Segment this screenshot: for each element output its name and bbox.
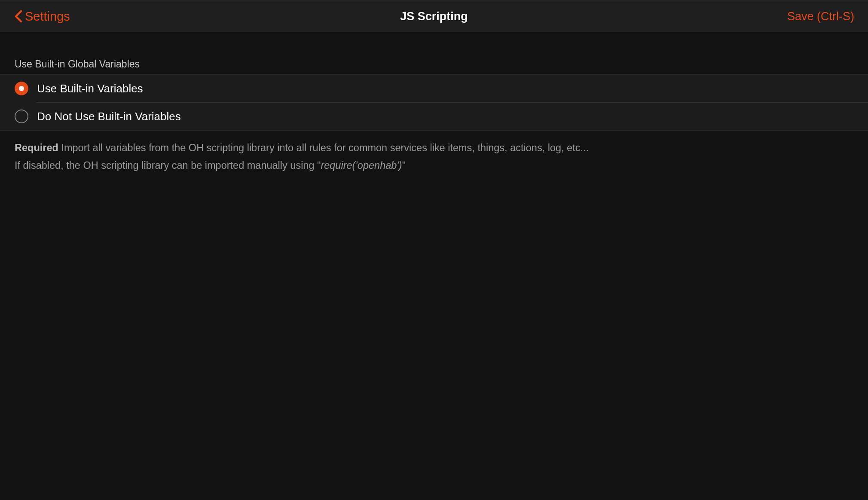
chevron-left-icon (14, 10, 23, 23)
header: Settings JS Scripting Save (Ctrl-S) (0, 0, 868, 33)
radio-icon (15, 82, 28, 95)
content-area: Use Built-in Global Variables Use Built-… (0, 33, 868, 183)
save-button[interactable]: Save (Ctrl-S) (787, 10, 854, 23)
radio-option-do-not-use[interactable]: Do Not Use Built-in Variables (0, 103, 868, 130)
description-line1: Required Import all variables from the O… (15, 139, 853, 157)
back-label: Settings (25, 9, 70, 24)
description-text: Required Import all variables from the O… (0, 131, 868, 183)
description-line2-italic: require('openhab') (321, 160, 402, 171)
radio-icon (15, 110, 28, 123)
radio-label: Use Built-in Variables (37, 82, 143, 95)
group-title: Use Built-in Global Variables (0, 58, 868, 74)
radio-group: Use Built-in Variables Do Not Use Built-… (0, 74, 868, 131)
description-line2-prefix: If disabled, the OH scripting library ca… (15, 160, 321, 171)
description-line2-suffix: " (402, 160, 406, 171)
back-button[interactable]: Settings (14, 9, 70, 24)
page-title: JS Scripting (400, 10, 468, 23)
radio-option-use-builtin[interactable]: Use Built-in Variables (0, 75, 868, 102)
required-label: Required (15, 142, 58, 153)
description-line1-rest: Import all variables from the OH scripti… (58, 142, 589, 153)
radio-label: Do Not Use Built-in Variables (37, 110, 181, 123)
description-line2: If disabled, the OH scripting library ca… (15, 157, 853, 174)
